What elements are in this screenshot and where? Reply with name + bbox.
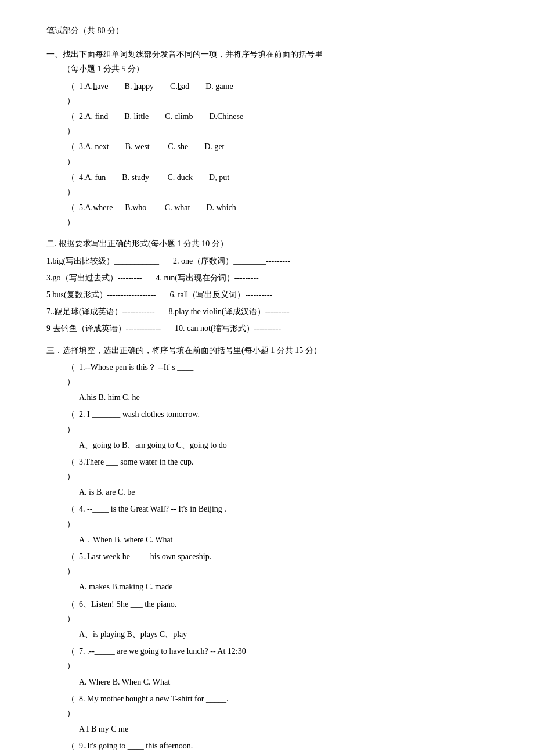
section-2: 二. 根据要求写出正确的形式(每小题 1 分共 10 分） 1.big(写出比较… <box>46 236 488 336</box>
s2-row1: 1.big(写出比较级）___________ 2. one（序数词）_____… <box>46 254 488 268</box>
s3-q5: （ ） 5..Last week he ____ his own spacesh… <box>46 549 488 595</box>
s2-row3: 5 bus(复数形式）------------------ 6. tall（写出… <box>46 287 488 302</box>
section-1: 一、找出下面每组单词划线部分发音不同的一项，并将序号填在前面的括号里 （每小题 … <box>46 47 488 229</box>
s3-q3: （ ） 3.There ___ some water in the cup. A… <box>46 455 488 500</box>
s3-q1: （ ） 1.--Whose pen is this？ --It' s ____ … <box>46 360 488 405</box>
s3-q6: （ ） 6、Listen! She ___ the piano. A、is pl… <box>46 597 488 642</box>
s3-q7: （ ） 7. .--_____ are we going to have lun… <box>46 644 488 689</box>
section-3-title: 三．选择填空，选出正确的，将序号填在前面的括号里(每小题 1 分共 15 分） <box>46 343 488 358</box>
s2-row5: 9 去钓鱼（译成英语）------------- 10. can not(缩写形… <box>46 321 488 336</box>
s2-row2: 3.go（写出过去式）--------- 4. run(写出现在分词）-----… <box>46 271 488 285</box>
section-2-title: 二. 根据要求写出正确的形式(每小题 1 分共 10 分） <box>46 236 488 251</box>
s2-row4: 7..踢足球(译成英语）------------ 8.play the viol… <box>46 304 488 319</box>
header-text: 笔试部分（共 80 分） <box>46 26 124 35</box>
s1-q4: （ ） 4.A. fun B. study C. duck D, put <box>63 170 488 199</box>
s3-q8: （ ） 8. My mother bought a new T-shirt fo… <box>46 692 488 737</box>
s3-q2: （ ） 2. I _______ wash clothes tomorrow. … <box>46 407 488 452</box>
section-3: 三．选择填空，选出正确的，将序号填在前面的括号里(每小题 1 分共 15 分） … <box>46 343 488 756</box>
s3-q9: （ ） 9..It's going to ____ this afternoon… <box>46 739 488 756</box>
s3-q4: （ ） 4. --____ is the Great Wall? -- It's… <box>46 502 488 547</box>
s1-q3: （ ） 3.A. next B. west C. she D. get <box>63 139 488 168</box>
section-1-title: 一、找出下面每组单词划线部分发音不同的一项，并将序号填在前面的括号里 （每小题 … <box>46 47 488 76</box>
exam-header: 笔试部分（共 80 分） <box>46 23 488 38</box>
s1-q2: （ ） 2.A. find B. little C. climb D.Chine… <box>63 109 488 138</box>
exam-content: 笔试部分（共 80 分） 一、找出下面每组单词划线部分发音不同的一项，并将序号填… <box>46 23 488 756</box>
s1-q1: （ ） 1.A.have B. happy C.bad D. game <box>63 79 488 108</box>
s1-q5: （ ） 5.A.where_ B.who C. what D. which <box>63 200 488 229</box>
